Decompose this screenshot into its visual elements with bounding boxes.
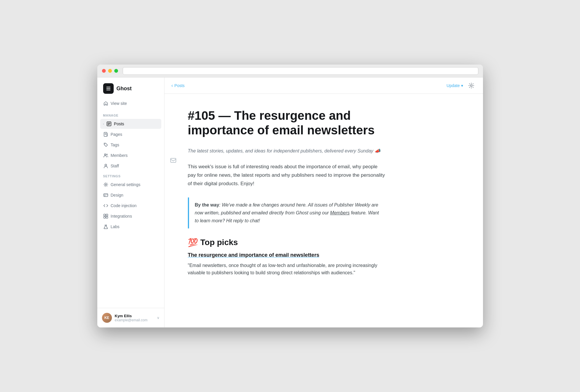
svg-rect-2 xyxy=(106,90,110,90)
sidebar-item-general-settings[interactable]: General settings xyxy=(100,180,161,190)
traffic-lights xyxy=(102,69,118,73)
update-label: Update xyxy=(446,83,460,88)
post-settings-button[interactable] xyxy=(467,81,476,90)
staff-label: Staff xyxy=(111,164,119,168)
blockquote-text: By the way: We've made a few changes aro… xyxy=(195,201,381,225)
article-quote: "Email newsletters, once thought of as l… xyxy=(188,262,387,277)
view-site-label: View site xyxy=(111,101,127,106)
general-settings-label: General settings xyxy=(111,182,141,187)
svg-rect-0 xyxy=(106,87,110,87)
pages-icon xyxy=(103,132,108,137)
svg-rect-1 xyxy=(106,88,110,89)
section-heading: 💯 Top picks xyxy=(188,238,387,247)
sidebar-item-pages[interactable]: Pages xyxy=(100,129,161,139)
update-button[interactable]: Update ▾ xyxy=(446,83,463,88)
main-content: ‹ Posts Update ▾ xyxy=(165,77,483,327)
sidebar-navigation: View site Manage › Posts xyxy=(97,98,164,308)
sidebar-item-integrations[interactable]: Integrations xyxy=(100,211,161,221)
user-email: example@email.com xyxy=(115,318,154,322)
svg-point-12 xyxy=(104,154,106,155)
editor-header: ‹ Posts Update ▾ xyxy=(165,77,483,94)
sidebar-item-labs[interactable]: Labs xyxy=(100,222,161,232)
labs-label: Labs xyxy=(111,224,120,229)
user-name: Kym Ellis xyxy=(115,314,154,318)
minimize-button[interactable] xyxy=(108,69,112,73)
post-blockquote: By the way: We've made a few changes aro… xyxy=(188,197,387,228)
posts-chevron: › xyxy=(103,122,104,126)
section-emoji: 💯 xyxy=(188,238,198,247)
back-to-posts-link[interactable]: ‹ Posts xyxy=(172,83,185,88)
svg-rect-22 xyxy=(106,216,108,218)
svg-point-24 xyxy=(470,85,472,86)
sidebar-item-staff[interactable]: Staff xyxy=(100,161,161,171)
back-label: Posts xyxy=(174,83,185,88)
tags-icon xyxy=(103,142,108,148)
svg-rect-25 xyxy=(171,158,176,162)
svg-point-15 xyxy=(105,184,106,185)
sidebar-footer: KE Kym Ellis example@email.com ∨ xyxy=(97,308,164,327)
code-injection-icon xyxy=(103,203,108,208)
sidebar-item-members[interactable]: Members xyxy=(100,150,161,160)
posts-icon xyxy=(106,121,112,126)
svg-rect-21 xyxy=(104,216,105,218)
sidebar-item-posts[interactable]: › Posts xyxy=(100,119,161,129)
general-settings-icon xyxy=(103,182,108,187)
sidebar-logo: Ghost xyxy=(97,77,164,98)
staff-icon xyxy=(103,163,108,169)
sidebar-item-code-injection[interactable]: Code injection xyxy=(100,201,161,211)
editor-area: #105 — The resurgence and importance of … xyxy=(165,94,483,327)
design-icon xyxy=(103,192,108,198)
sidebar: Ghost View site Manage › xyxy=(97,77,165,327)
sidebar-item-tags[interactable]: Tags xyxy=(100,140,161,150)
svg-rect-16 xyxy=(104,194,108,197)
members-link[interactable]: Members xyxy=(330,210,350,215)
blockquote-bold: By the way xyxy=(195,202,219,207)
close-button[interactable] xyxy=(102,69,106,73)
design-label: Design xyxy=(111,193,124,197)
email-icon xyxy=(170,158,176,163)
post-title[interactable]: #105 — The resurgence and importance of … xyxy=(188,108,387,138)
titlebar xyxy=(97,65,483,77)
manage-section-label: Manage xyxy=(100,111,161,119)
sidebar-item-view-site[interactable]: View site xyxy=(100,98,161,108)
header-actions: Update ▾ xyxy=(446,81,476,90)
posts-label: Posts xyxy=(114,122,124,126)
tags-label: Tags xyxy=(111,143,120,147)
pages-label: Pages xyxy=(111,132,122,137)
post-body-paragraph[interactable]: This week's issue is full of interesting… xyxy=(188,163,387,188)
integrations-icon xyxy=(103,214,108,219)
app-logo-icon xyxy=(103,83,114,94)
code-injection-label: Code injection xyxy=(111,203,137,208)
svg-point-11 xyxy=(105,144,105,144)
avatar-image: KE xyxy=(102,313,112,323)
post-excerpt[interactable]: The latest stories, updates, and ideas f… xyxy=(188,147,387,155)
app-body: Ghost View site Manage › xyxy=(97,77,483,327)
browser-window: Ghost View site Manage › xyxy=(97,65,483,327)
svg-point-13 xyxy=(106,154,108,155)
user-menu-chevron[interactable]: ∨ xyxy=(157,316,160,320)
integrations-label: Integrations xyxy=(111,214,132,218)
url-bar[interactable] xyxy=(123,67,478,75)
editor-main[interactable]: #105 — The resurgence and importance of … xyxy=(182,94,404,327)
members-label: Members xyxy=(111,153,128,158)
svg-rect-19 xyxy=(104,214,105,216)
avatar: KE xyxy=(102,313,112,323)
maximize-button[interactable] xyxy=(114,69,118,73)
editor-gutter xyxy=(165,94,182,327)
back-arrow-icon: ‹ xyxy=(172,83,173,88)
svg-rect-20 xyxy=(106,214,108,216)
labs-icon xyxy=(103,224,108,229)
user-info: Kym Ellis example@email.com xyxy=(115,314,154,322)
svg-point-14 xyxy=(105,164,107,166)
home-icon xyxy=(103,101,108,106)
settings-section-label: Settings xyxy=(100,171,161,180)
members-icon xyxy=(103,153,108,158)
section-heading-text: Top picks xyxy=(200,238,238,247)
sidebar-item-design[interactable]: Design xyxy=(100,190,161,200)
app-name: Ghost xyxy=(117,86,132,92)
article-link[interactable]: The resurgence and importance of email n… xyxy=(188,252,387,258)
update-chevron: ▾ xyxy=(461,83,463,88)
